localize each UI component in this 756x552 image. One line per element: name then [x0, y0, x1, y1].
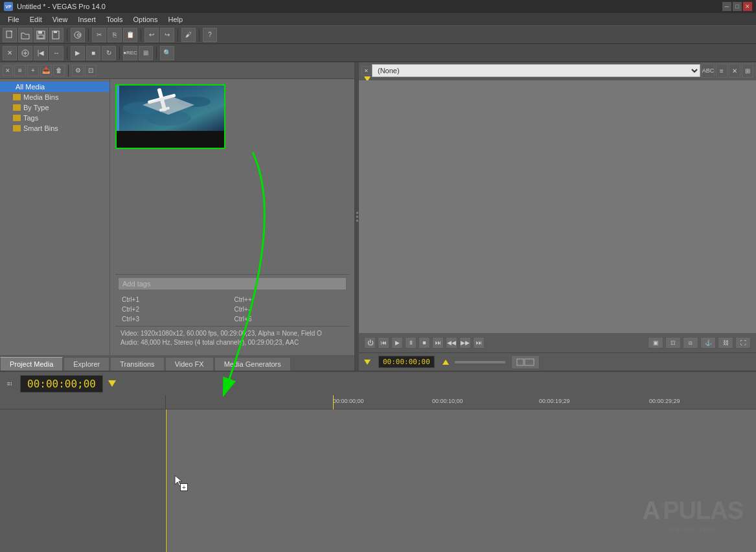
- media-tree-toggle[interactable]: ≡: [14, 65, 26, 76]
- menu-view[interactable]: View: [47, 14, 73, 25]
- current-timecode: 00:00:00;00: [378, 356, 435, 368]
- preview-expand-button[interactable]: ⊞: [742, 63, 753, 78]
- preview-skip-start-button[interactable]: ⏭: [432, 337, 444, 349]
- play-button[interactable]: ▶: [71, 46, 85, 60]
- svg-point-14: [146, 110, 191, 126]
- preview-select[interactable]: (None): [372, 64, 700, 77]
- toolbar-separator-1: [67, 29, 67, 41]
- record-button[interactable]: ●REC: [123, 46, 137, 60]
- main-area: ✕ ≡ + 📥 🗑 ⚙ ⊡ All Media Media Bins: [0, 62, 756, 371]
- properties-button[interactable]: ⚙: [71, 28, 85, 42]
- tree-sidebar: All Media Media Bins By Type Tags Smart …: [0, 79, 110, 355]
- open-button[interactable]: [18, 28, 32, 42]
- paint-button[interactable]: 🖌: [181, 28, 196, 42]
- tree-item-all-media[interactable]: All Media: [0, 82, 109, 92]
- tree-item-label: All Media: [16, 83, 45, 91]
- ruler-header-space: [0, 395, 166, 409]
- add-track-button[interactable]: [18, 46, 32, 60]
- drag-cursor-area: +: [174, 474, 187, 490]
- preview-anchor-button[interactable]: ⚓: [700, 337, 716, 349]
- menu-bar: File Edit View Insert Tools Options Help: [0, 13, 756, 26]
- tab-media-generators[interactable]: Media Generators: [214, 357, 291, 371]
- tab-explorer[interactable]: Explorer: [63, 357, 109, 371]
- timeline-ruler[interactable]: 00:00:00;00 00:00:10;00 00:00:19;29 00:0…: [0, 395, 756, 409]
- media-import-button[interactable]: 📥: [40, 65, 52, 76]
- preview-pause-button[interactable]: ⏸: [405, 337, 417, 349]
- stop-button[interactable]: ■: [86, 46, 100, 60]
- help-button[interactable]: ?: [203, 28, 217, 42]
- maximize-button[interactable]: □: [733, 2, 742, 11]
- preview-thumb-button[interactable]: [511, 355, 540, 369]
- media-delete-button[interactable]: 🗑: [53, 65, 65, 76]
- preview-fullscreen-button[interactable]: ⛶: [735, 337, 751, 349]
- redo-button[interactable]: ↪: [160, 28, 174, 42]
- tab-video-fx[interactable]: Video FX: [165, 357, 214, 371]
- shortcut-ctrl-plus: Ctrl++: [233, 295, 345, 304]
- menu-insert[interactable]: Insert: [73, 14, 101, 25]
- timeline-collapse-handle[interactable]: ⠿: [5, 380, 15, 387]
- menu-help[interactable]: Help: [163, 14, 188, 25]
- tags-area: [115, 274, 349, 293]
- shortcut-ctrl2: Ctrl+2: [120, 305, 232, 314]
- preview-param1-button[interactable]: ≡: [716, 63, 727, 78]
- media-view-button[interactable]: ⊡: [85, 65, 97, 76]
- preview-view1-button[interactable]: ▣: [648, 337, 663, 349]
- loop-button[interactable]: ↻: [102, 46, 116, 60]
- tab-transitions[interactable]: Transitions: [110, 357, 164, 371]
- tab-project-media[interactable]: Project Media: [0, 357, 63, 371]
- preview-power-button[interactable]: ⏻: [364, 337, 376, 349]
- close-button[interactable]: ✕: [743, 2, 752, 11]
- search-button[interactable]: 🔍: [160, 46, 174, 60]
- save-button[interactable]: [34, 28, 48, 42]
- ruler-mark-0: 00:00:00;00: [333, 398, 364, 404]
- preview-close2-button[interactable]: ✕: [729, 63, 740, 78]
- preview-skip-end-button[interactable]: ⏭: [473, 337, 485, 349]
- menu-file[interactable]: File: [3, 14, 25, 25]
- media-add-button[interactable]: +: [27, 65, 39, 76]
- media-thumbnail[interactable]: [115, 84, 225, 149]
- preview-frame-back-button[interactable]: ◀◀: [446, 337, 457, 349]
- tab-bar: Project Media Explorer Transitions Video…: [0, 355, 354, 371]
- expand-button[interactable]: ↔: [49, 46, 63, 60]
- preview-frame-fwd-button[interactable]: ▶▶: [459, 337, 471, 349]
- new-button[interactable]: [3, 28, 17, 42]
- close-panel-button[interactable]: ✕: [3, 46, 17, 60]
- media-props-button[interactable]: ⚙: [72, 65, 84, 76]
- cut-button[interactable]: ✂: [92, 28, 106, 42]
- tree-item-by-type[interactable]: By Type: [0, 102, 109, 113]
- preview-stop-button[interactable]: ■: [418, 337, 430, 349]
- preview-chain-button[interactable]: ⛓: [718, 337, 733, 349]
- minimize-button[interactable]: ─: [722, 2, 731, 11]
- timeline-ruler-labels: 00:00:00;00 00:00:10;00 00:00:19;29 00:0…: [332, 395, 756, 409]
- saveas-button[interactable]: [49, 28, 63, 42]
- svg-rect-19: [517, 359, 523, 365]
- media-close-button[interactable]: ✕: [3, 65, 13, 76]
- preview-prev-button[interactable]: ⏮: [378, 337, 389, 349]
- tags-input[interactable]: [118, 277, 347, 290]
- watermark-logo: A⁴PULAS: [643, 497, 743, 525]
- copy-button[interactable]: ⎘: [108, 28, 122, 42]
- by-type-icon: [13, 104, 21, 111]
- preview-abc-button[interactable]: ABC: [702, 63, 715, 78]
- thumb-black-bar: [117, 131, 224, 148]
- timecode-bar: 00:00:00;00: [359, 352, 756, 371]
- preview-close-button[interactable]: ✕: [361, 66, 371, 75]
- all-media-icon: [5, 84, 13, 90]
- preview-view3-button[interactable]: ⧈: [683, 337, 698, 349]
- marker-button[interactable]: |◀: [34, 46, 48, 60]
- menu-edit[interactable]: Edit: [25, 14, 47, 25]
- menu-options[interactable]: Options: [128, 14, 163, 25]
- tree-item-media-bins[interactable]: Media Bins: [0, 92, 109, 102]
- zoom-fit-button[interactable]: ⊞: [139, 46, 153, 60]
- ruler-mark-2: 00:00:19;29: [539, 398, 570, 404]
- tags-icon: [13, 115, 21, 121]
- undo-button[interactable]: ↩: [144, 28, 159, 42]
- paste-button[interactable]: 📋: [123, 28, 137, 42]
- svg-rect-18: [117, 86, 119, 131]
- tree-item-smart-bins[interactable]: Smart Bins: [0, 123, 109, 133]
- tree-item-tags[interactable]: Tags: [0, 113, 109, 123]
- preview-play-button[interactable]: ▶: [391, 337, 403, 349]
- smart-bins-icon: [13, 125, 21, 132]
- preview-view2-button[interactable]: ⊡: [665, 337, 681, 349]
- menu-tools[interactable]: Tools: [101, 14, 128, 25]
